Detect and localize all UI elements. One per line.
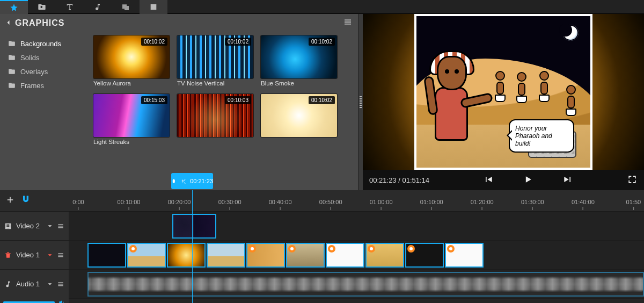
- media-item[interactable]: 00:10:02: [261, 94, 337, 145]
- effect-badge-icon: [129, 245, 137, 252]
- ruler-tick: 01:40:00: [572, 199, 595, 210]
- ruler-tick: 0:00: [72, 199, 84, 210]
- speech-bubble: Honor your Pharaoh and build!: [509, 119, 574, 153]
- tab-favorites[interactable]: [0, 0, 28, 14]
- effect-badge-icon: [288, 245, 296, 252]
- sidebar-item-solids[interactable]: Solids: [3, 50, 88, 64]
- preview-controls: 00:21:23 / 01:51:14: [363, 170, 644, 190]
- panel-divider[interactable]: [358, 14, 363, 190]
- star-icon: [10, 3, 18, 12]
- film-icon: [4, 222, 12, 230]
- effect-badge-icon: [368, 245, 375, 252]
- cut-icon: [181, 178, 186, 184]
- clip[interactable]: [87, 243, 126, 268]
- preview-canvas: Honor your Pharaoh and build!: [363, 14, 644, 170]
- clip[interactable]: [172, 214, 216, 239]
- back-chevron-icon[interactable]: [5, 18, 12, 28]
- preview-frame: Honor your Pharaoh and build!: [414, 14, 592, 170]
- media-grid: 00:10:02 Yellow Aurora 00:10:02 TV Noise…: [93, 35, 356, 145]
- media-duration: 00:10:02: [141, 38, 167, 46]
- play-button[interactable]: [523, 174, 533, 186]
- tab-text[interactable]: [56, 0, 84, 14]
- clip[interactable]: [207, 243, 245, 268]
- media-caption: Blue Smoke: [261, 80, 337, 86]
- library-panel: GRAPHICS Backgrounds Solids O: [0, 14, 358, 190]
- tab-audio[interactable]: [84, 0, 112, 14]
- track-header[interactable]: Audio 1: [0, 270, 69, 298]
- ruler-tick: 00:40:00: [269, 199, 292, 210]
- media-item[interactable]: 00:10:02 Blue Smoke: [261, 35, 337, 86]
- menu-icon[interactable]: [57, 251, 64, 259]
- next-button[interactable]: [562, 174, 573, 186]
- music-note-icon: [4, 280, 12, 288]
- total-time: 01:51:14: [402, 176, 429, 184]
- track-label: Audio 1: [16, 280, 40, 288]
- audio-clip[interactable]: [87, 272, 644, 297]
- tab-media[interactable]: [28, 0, 56, 14]
- folder-icon: [8, 54, 16, 61]
- moon-icon: [562, 25, 579, 41]
- effect-badge-icon: [248, 245, 256, 252]
- volume-slider[interactable]: [0, 298, 69, 303]
- media-item[interactable]: 00:15:03 Light Streaks: [93, 94, 170, 145]
- clip[interactable]: [246, 243, 285, 268]
- ruler-tick: 00:10:00: [118, 199, 141, 210]
- ruler-tick: 01:10:00: [420, 199, 443, 210]
- text-icon: [65, 3, 74, 11]
- effect-badge-icon: [447, 245, 455, 252]
- track-header[interactable]: Video 2: [0, 212, 69, 240]
- clip[interactable]: [445, 243, 484, 268]
- media-caption: Yellow Aurora: [93, 80, 170, 86]
- tab-graphics[interactable]: [140, 0, 167, 14]
- sidebar-item-frames[interactable]: Frames: [3, 78, 88, 92]
- overlap-icon: [121, 3, 130, 11]
- ruler-tick: 00:20:00: [168, 199, 191, 210]
- clip[interactable]: [127, 243, 166, 268]
- effect-badge-icon: [328, 245, 335, 252]
- library-title: GRAPHICS: [15, 18, 64, 28]
- track-video1: Video 1: [0, 241, 644, 270]
- tab-transitions[interactable]: [112, 0, 140, 14]
- snap-button[interactable]: [20, 194, 31, 207]
- clip[interactable]: [286, 243, 325, 268]
- ruler-tick: 01:20:00: [471, 199, 494, 210]
- effect-badge-icon: [407, 245, 415, 252]
- media-caption: TV Noise Vertical: [177, 80, 253, 86]
- prev-button[interactable]: [483, 174, 494, 186]
- ruler-tick: 00:30:00: [218, 199, 241, 210]
- sidebar-item-overlays[interactable]: Overlays: [3, 64, 88, 78]
- timeline-ruler[interactable]: 0:0000:10:0000:20:0000:30:0000:40:0000:5…: [69, 190, 644, 211]
- track-audio1: Audio 1: [0, 270, 644, 299]
- add-track-button[interactable]: [5, 195, 15, 207]
- playhead[interactable]: 00:21:23: [192, 190, 193, 303]
- chevron-down-icon[interactable]: [46, 251, 54, 259]
- timecode: 00:21:23 / 01:51:14: [369, 176, 429, 184]
- chevron-down-icon[interactable]: [46, 280, 54, 288]
- fullscreen-button[interactable]: [627, 174, 638, 186]
- sidebar-item-backgrounds[interactable]: Backgrounds: [3, 37, 88, 50]
- list-view-icon[interactable]: [343, 17, 353, 29]
- track-header[interactable]: Video 1: [0, 241, 69, 269]
- media-item[interactable]: 00:10:02 TV Noise Vertical: [177, 35, 253, 86]
- trash-icon: [4, 251, 12, 259]
- media-item[interactable]: 00:10:02 Yellow Aurora: [93, 35, 170, 86]
- clip[interactable]: [405, 243, 444, 268]
- media-duration: 00:10:02: [225, 38, 251, 46]
- menu-icon[interactable]: [57, 222, 64, 230]
- media-item[interactable]: 00:10:03: [177, 94, 253, 145]
- top-tabbar: [0, 0, 644, 14]
- speaker-icon: [58, 299, 65, 303]
- folder-icon: [8, 40, 16, 47]
- sidebar-item-label: Overlays: [20, 68, 48, 76]
- clip[interactable]: [167, 243, 206, 268]
- ruler-tick: 00:50:00: [319, 199, 342, 210]
- folder-icon: [8, 68, 16, 75]
- clip[interactable]: [365, 243, 404, 268]
- folder-plus-icon: [38, 3, 46, 11]
- library-sidebar: Backgrounds Solids Overlays Frames: [0, 32, 91, 190]
- preview-panel: Honor your Pharaoh and build! 00:21:23 /…: [363, 14, 644, 190]
- clip[interactable]: [326, 243, 364, 268]
- chevron-down-icon[interactable]: [46, 222, 54, 230]
- timeline-tools: [0, 190, 69, 211]
- menu-icon[interactable]: [57, 280, 64, 288]
